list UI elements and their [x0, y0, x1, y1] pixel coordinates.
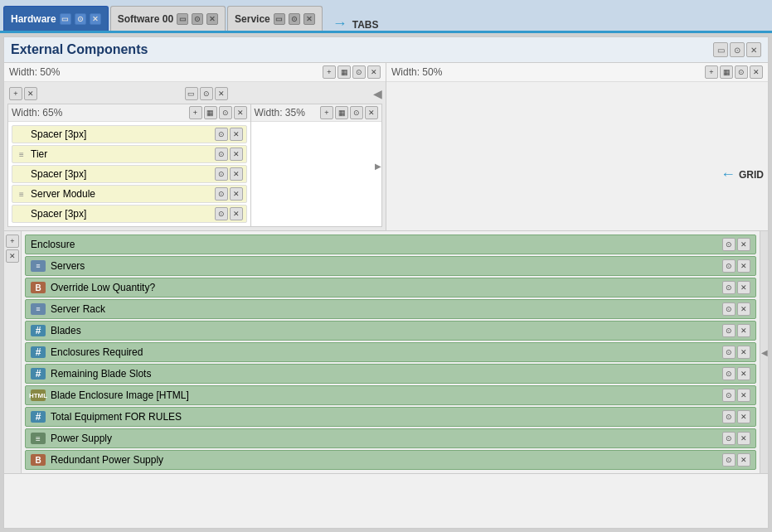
tab-software-icon2[interactable]: ⊙ — [192, 13, 203, 25]
tab-hardware[interactable]: Hardware ▭ ⊙ ✕ — [3, 6, 109, 31]
tier-close[interactable]: ✕ — [230, 148, 243, 161]
blade-enclosure-image-settings[interactable]: ⊙ — [722, 389, 736, 402]
top-col-right-grid[interactable]: ▦ — [720, 65, 733, 79]
power-supply-close[interactable]: ✕ — [737, 432, 750, 445]
top-col-left-settings[interactable]: ⊙ — [352, 65, 366, 79]
servermodule-close[interactable]: ✕ — [230, 187, 243, 201]
component-row-servermodule: ≡ Server Module ⊙ ✕ — [12, 185, 247, 203]
tier-settings[interactable]: ⊙ — [215, 148, 228, 161]
inner-close-btn[interactable]: ✕ — [24, 87, 37, 100]
spacer3-icon — [16, 208, 27, 220]
blade-enclosure-image-close[interactable]: ✕ — [737, 389, 750, 402]
component-row-tier: ≡ Tier ⊙ ✕ — [12, 145, 247, 163]
tab-service-close[interactable]: ✕ — [303, 13, 315, 25]
tab-service-icon2[interactable]: ⊙ — [289, 13, 300, 25]
top-col-left-close[interactable]: ✕ — [367, 65, 381, 79]
top-col-right-settings[interactable]: ⊙ — [735, 65, 748, 79]
servermodule-settings[interactable]: ⊙ — [215, 187, 228, 201]
top-col-left-add[interactable]: + — [323, 65, 336, 79]
remaining-blade-slots-close[interactable]: ✕ — [737, 367, 750, 380]
inner-close-btn2[interactable]: ✕ — [215, 87, 228, 100]
inner-col-65-btns: + ▦ ⊙ ✕ — [189, 106, 247, 119]
redundant-power-supply-close[interactable]: ✕ — [737, 453, 750, 467]
green-section-add[interactable]: + — [6, 235, 19, 248]
override-settings[interactable]: ⊙ — [722, 281, 736, 294]
total-equipment-settings[interactable]: ⊙ — [722, 410, 736, 423]
green-section-close[interactable]: ✕ — [6, 249, 19, 263]
grid-annotation: ← GRID — [721, 166, 764, 183]
inner-add-btn[interactable]: + — [9, 87, 22, 100]
grid-annotation-label: GRID — [739, 169, 764, 181]
tab-service[interactable]: Service ▭ ⊙ ✕ — [227, 6, 323, 31]
tab-software[interactable]: Software 00 ▭ ⊙ ✕ — [110, 6, 226, 31]
spacer1-settings[interactable]: ⊙ — [215, 128, 228, 141]
top-col-left-header: Width: 50% + ▦ ⊙ ✕ — [4, 63, 386, 82]
tier-label: Tier — [31, 148, 47, 160]
servers-close[interactable]: ✕ — [737, 259, 750, 273]
servermodule-icon: ≡ — [16, 188, 27, 200]
inner-col-35-grid[interactable]: ▦ — [335, 106, 348, 119]
tab-service-icon1[interactable]: ▭ — [274, 13, 285, 25]
inner-collapse-arrow[interactable]: ◀ — [373, 87, 382, 100]
inner-col-65-settings[interactable]: ⊙ — [219, 106, 232, 119]
servers-type-icon: ≡ — [31, 260, 46, 272]
blades-settings[interactable]: ⊙ — [722, 324, 736, 337]
serverrack-type-icon: ≡ — [31, 303, 46, 315]
inner-col-35: Width: 35% + ▦ ⊙ ✕ ▶ — [251, 104, 382, 226]
panel-ctrl-close[interactable]: ✕ — [746, 42, 761, 57]
enclosures-required-close[interactable]: ✕ — [737, 346, 750, 359]
top-col-right-add[interactable]: + — [705, 65, 718, 79]
tab-hardware-close[interactable]: ✕ — [90, 13, 101, 25]
inner-col-65-add[interactable]: + — [189, 106, 202, 119]
override-close[interactable]: ✕ — [737, 281, 750, 294]
inner-col-65-close[interactable]: ✕ — [234, 106, 247, 119]
green-section-wrapper: + ✕ Enclosure ⊙ ✕ ≡ Servers — [4, 231, 768, 474]
spacer2-icon — [16, 168, 27, 180]
total-equipment-close[interactable]: ✕ — [737, 410, 750, 423]
enclosure-close[interactable]: ✕ — [737, 238, 750, 251]
green-section-right-handle[interactable]: ◀ — [760, 231, 768, 473]
enclosures-required-label: Enclosures Required — [51, 346, 143, 358]
redundant-power-supply-settings[interactable]: ⊙ — [722, 453, 736, 467]
top-two-col-row: Width: 50% + ▦ ⊙ ✕ + ✕ ▭ ⊙ — [4, 63, 768, 231]
top-col-right-width: Width: 50% — [391, 66, 442, 78]
spacer1-close[interactable]: ✕ — [230, 128, 243, 141]
power-supply-type-icon: ≡ — [31, 433, 46, 444]
remaining-blade-slots-label: Remaining Blade Slots — [51, 368, 151, 380]
panel-ctrl-expand[interactable]: ▭ — [713, 42, 728, 57]
serverrack-label: Server Rack — [51, 303, 105, 315]
green-item-enclosure: Enclosure ⊙ ✕ — [25, 235, 756, 254]
enclosure-settings[interactable]: ⊙ — [722, 238, 736, 251]
inner-col-35-add[interactable]: + — [320, 106, 333, 119]
col35-expand[interactable]: ▶ — [375, 160, 381, 172]
power-supply-settings[interactable]: ⊙ — [722, 432, 736, 445]
remaining-blade-slots-settings[interactable]: ⊙ — [722, 367, 736, 380]
blades-close[interactable]: ✕ — [737, 324, 750, 337]
inner-col-65-grid[interactable]: ▦ — [204, 106, 217, 119]
spacer2-close[interactable]: ✕ — [230, 167, 243, 181]
spacer3-settings[interactable]: ⊙ — [215, 207, 228, 220]
spacer3-close[interactable]: ✕ — [230, 207, 243, 220]
servers-settings[interactable]: ⊙ — [722, 259, 736, 273]
tier-icon: ≡ — [16, 148, 27, 160]
inner-expand-btn[interactable]: ▭ — [185, 87, 198, 100]
green-item-power-supply: ≡ Power Supply ⊙ ✕ — [25, 428, 756, 448]
inner-col-35-close[interactable]: ✕ — [365, 106, 378, 119]
tab-hardware-icon2[interactable]: ⊙ — [75, 13, 86, 25]
tab-software-icon1[interactable]: ▭ — [177, 13, 188, 25]
top-col-right-close[interactable]: ✕ — [750, 65, 763, 79]
spacer2-settings[interactable]: ⊙ — [215, 167, 228, 181]
top-col-left-grid[interactable]: ▦ — [337, 65, 351, 79]
tab-hardware-icon1[interactable]: ▭ — [60, 13, 71, 25]
inner-col-35-settings[interactable]: ⊙ — [350, 106, 363, 119]
panel-ctrl-settings[interactable]: ⊙ — [730, 42, 745, 57]
inner-col-35-btns: + ▦ ⊙ ✕ — [320, 106, 378, 119]
blades-type-icon: # — [31, 325, 46, 336]
green-item-serverrack: ≡ Server Rack ⊙ ✕ — [25, 299, 756, 319]
inner-settings-btn[interactable]: ⊙ — [200, 87, 213, 100]
serverrack-close[interactable]: ✕ — [737, 302, 750, 316]
enclosures-required-settings[interactable]: ⊙ — [722, 346, 736, 359]
tab-software-close[interactable]: ✕ — [206, 13, 218, 25]
redundant-power-supply-type-icon: B — [31, 454, 46, 466]
serverrack-settings[interactable]: ⊙ — [722, 302, 736, 316]
